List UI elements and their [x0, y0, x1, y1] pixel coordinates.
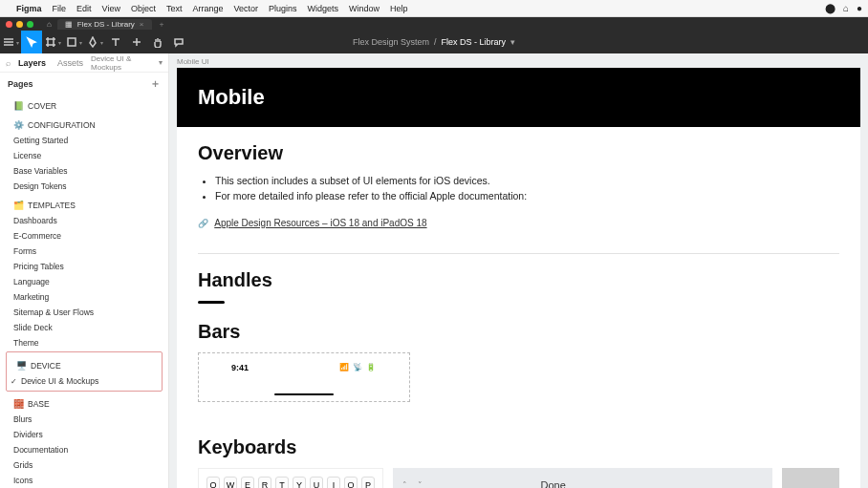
hand-tool[interactable]: [147, 31, 168, 53]
menu-window[interactable]: Window: [349, 4, 380, 13]
assets-tab[interactable]: Assets: [54, 56, 87, 70]
page-item-current[interactable]: ✓Device UI & Mockups: [7, 373, 162, 389]
page-item[interactable]: Sitemap & User Flows: [4, 305, 164, 320]
pages-label: Pages: [8, 79, 33, 89]
overview-bullet: For more detailed info please refer to t…: [215, 189, 839, 204]
menubar-tray: ⬤⌂●: [817, 3, 862, 13]
key[interactable]: W: [224, 477, 237, 489]
overview-heading: Overview: [198, 142, 839, 164]
frame-label[interactable]: Mobile UI: [169, 53, 868, 68]
artboard-mobile-ui[interactable]: Mobile Overview This section includes a …: [177, 68, 860, 488]
main-menu-button[interactable]: ▾: [0, 31, 21, 53]
key[interactable]: R: [258, 477, 271, 489]
apple-resources-link[interactable]: Apple Design Resources – iOS 18 and iPad…: [214, 218, 426, 228]
breadcrumb[interactable]: Flex Design System / Flex DS - Library ▾: [353, 37, 515, 47]
layers-tab[interactable]: Layers: [14, 56, 50, 70]
chevron-down-icon[interactable]: ▾: [510, 37, 515, 47]
keyboard-qwerty: Q W E R T Y U I O P: [198, 468, 383, 489]
page-selector[interactable]: Device UI & Mockups▾: [91, 54, 163, 72]
resources-tool[interactable]: [126, 31, 147, 53]
key[interactable]: U: [310, 477, 323, 489]
keyboards-heading: Keyboards: [198, 436, 839, 458]
page-item[interactable]: License: [4, 148, 164, 163]
page-item[interactable]: Theme: [4, 335, 164, 350]
page-item[interactable]: ⚙️CONFIGURATION: [4, 114, 164, 133]
link-icon: 🔗: [198, 219, 208, 228]
page-item[interactable]: E-Commerce: [4, 228, 164, 244]
key[interactable]: P: [361, 477, 375, 489]
done-button[interactable]: Done: [541, 479, 566, 489]
key[interactable]: Q: [206, 477, 220, 489]
new-tab-button[interactable]: ＋: [158, 19, 165, 30]
key[interactable]: O: [344, 477, 358, 489]
shape-tool[interactable]: ▾: [63, 31, 84, 53]
file-tab[interactable]: ▦ Flex DS - Library ×: [57, 19, 152, 30]
frame-tool[interactable]: ▾: [42, 31, 63, 53]
breadcrumb-file[interactable]: Flex DS - Library: [442, 37, 507, 47]
left-panel: ⌕ Layers Assets Device UI & Mockups▾ Pag…: [0, 53, 169, 488]
comment-tool[interactable]: [168, 31, 189, 53]
page-item[interactable]: Documentation: [4, 442, 164, 457]
menu-object[interactable]: Object: [131, 4, 156, 13]
page-item[interactable]: Dividers: [4, 427, 164, 442]
handles-heading: Handles: [198, 269, 839, 291]
menu-view[interactable]: View: [102, 4, 120, 13]
page-item[interactable]: 🧱BASE: [4, 393, 164, 412]
move-tool[interactable]: [21, 31, 42, 53]
page-item[interactable]: Forms: [4, 244, 164, 259]
menu-plugins[interactable]: Plugins: [269, 4, 297, 13]
pen-tool[interactable]: ▾: [84, 31, 105, 53]
status-time: 9:41: [231, 363, 249, 372]
svg-rect-0: [68, 38, 76, 46]
key[interactable]: I: [327, 477, 340, 489]
home-icon[interactable]: ⌂: [47, 20, 52, 29]
menu-widgets[interactable]: Widgets: [308, 4, 339, 13]
page-item[interactable]: Pricing Tables: [4, 259, 164, 274]
search-icon[interactable]: ⌕: [6, 58, 11, 68]
menu-text[interactable]: Text: [166, 4, 183, 13]
menu-vector[interactable]: Vector: [233, 4, 258, 13]
page-item[interactable]: Blurs: [4, 412, 164, 427]
tab-title: Flex DS - Library: [77, 20, 135, 29]
page-item[interactable]: Icons: [4, 473, 164, 488]
traffic-lights[interactable]: [6, 21, 33, 28]
mac-menubar: Figma File Edit View Object Text Arrange…: [0, 0, 868, 17]
menu-help[interactable]: Help: [390, 4, 408, 13]
menu-app[interactable]: Figma: [16, 4, 42, 13]
figma-toolbar: ▾ ▾ ▾ ▾ Flex Design System / Flex DS - L…: [0, 31, 868, 53]
key[interactable]: Y: [293, 477, 306, 489]
key[interactable]: E: [241, 477, 254, 489]
tab-icon: ▦: [65, 20, 73, 29]
bars-heading: Bars: [198, 321, 839, 343]
page-item[interactable]: Base Variables: [4, 163, 164, 179]
page-item[interactable]: Language: [4, 274, 164, 289]
status-icons: 📶 📡 🔋: [339, 363, 377, 371]
keyboard-send: [782, 468, 839, 489]
overview-bullet: This section includes a subset of UI ele…: [215, 174, 839, 189]
bars-frame[interactable]: 9:41 📶 📡 🔋: [198, 352, 410, 402]
page-item[interactable]: Getting Started: [4, 133, 164, 148]
text-tool[interactable]: [105, 31, 126, 53]
page-item[interactable]: Marketing: [4, 289, 164, 305]
page-item[interactable]: Slide Deck: [4, 320, 164, 335]
canvas[interactable]: Mobile UI Mobile Overview This section i…: [169, 53, 868, 488]
page-title: Mobile: [177, 68, 860, 127]
selected-page-group: 🖥️DEVICE ✓Device UI & Mockups: [6, 351, 163, 392]
menu-file[interactable]: File: [53, 4, 67, 13]
breadcrumb-root[interactable]: Flex Design System: [353, 37, 429, 47]
page-item[interactable]: Dashboards: [4, 213, 164, 228]
menu-arrange[interactable]: Arrange: [192, 4, 223, 13]
key[interactable]: T: [275, 477, 289, 489]
keyboard-accessory: ˄ ˅ Done: [393, 468, 772, 489]
page-item[interactable]: 📗COVER: [4, 95, 164, 114]
home-indicator: [274, 393, 334, 395]
page-item[interactable]: 🖥️DEVICE: [7, 354, 162, 373]
add-page-button[interactable]: ＋: [150, 76, 161, 91]
handle-sample: [198, 301, 225, 304]
page-item[interactable]: Design Tokens: [4, 179, 164, 194]
close-tab-icon[interactable]: ×: [140, 20, 144, 29]
nav-chevrons[interactable]: ˄ ˅: [402, 480, 426, 489]
menu-edit[interactable]: Edit: [76, 4, 92, 13]
page-item[interactable]: Grids: [4, 457, 164, 473]
page-item[interactable]: 🗂️TEMPLATES: [4, 194, 164, 213]
